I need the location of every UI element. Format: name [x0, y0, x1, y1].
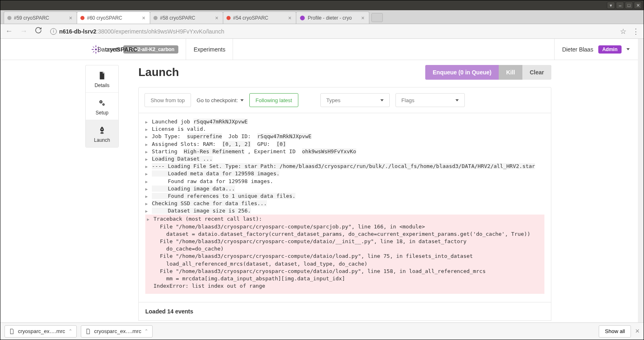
- expand-caret-icon[interactable]: ▶: [145, 133, 152, 140]
- clear-button[interactable]: Clear: [522, 65, 551, 80]
- action-buttons: Enqueue (0 in Queue) Kill Clear: [425, 65, 551, 80]
- page-header: Launch Enqueue (0 in Queue) Kill Clear: [138, 65, 551, 80]
- tab-close-icon[interactable]: ×: [287, 15, 293, 21]
- browser-tab[interactable]: #58 cryoSPARC ×: [150, 11, 223, 24]
- file-icon: [9, 328, 15, 335]
- expand-caret-icon[interactable]: ▶: [145, 155, 152, 162]
- log-line: ▶ Dataset image size is 256.: [145, 207, 544, 215]
- expand-caret-icon[interactable]: ▶: [145, 192, 152, 199]
- log-line: ▶---- Loading File Set. Type: star Path:…: [145, 163, 544, 170]
- show-from-top-button[interactable]: Show from top: [144, 93, 191, 107]
- expand-caret-icon[interactable]: ▶: [145, 125, 152, 132]
- gears-icon: [98, 98, 107, 107]
- expand-caret-icon[interactable]: ▶: [145, 207, 152, 214]
- expand-caret-icon[interactable]: ▶: [145, 148, 152, 155]
- log-text: Loading image data...: [152, 185, 235, 192]
- page-viewport: cryoSPARC Datasets HRV2-all-K2_carbon Ex…: [0, 39, 644, 322]
- log-line: ▶Loading Dataset ...: [145, 155, 544, 163]
- log-text: Dataset image size is 256.: [152, 207, 251, 215]
- sidebar-label: Setup: [95, 110, 108, 116]
- browser-tab[interactable]: #60 cryoSPARC ×: [77, 11, 150, 24]
- chevron-down-icon: [455, 99, 459, 101]
- enqueue-button[interactable]: Enqueue (0 in Queue): [425, 65, 499, 80]
- window-close-button[interactable]: ✕: [634, 2, 642, 9]
- dropdown-label: Go to checkpoint:: [197, 97, 238, 103]
- expand-caret-icon[interactable]: ▶: [145, 170, 152, 177]
- rocket-icon: [98, 126, 107, 135]
- flags-dropdown[interactable]: Flags: [395, 93, 465, 107]
- window-titlebar: ▾ ‒ □ ✕: [0, 0, 644, 10]
- expand-caret-icon[interactable]: ▶: [145, 118, 152, 125]
- tab-close-icon[interactable]: ×: [141, 15, 147, 21]
- following-latest-button[interactable]: Following latest: [249, 93, 298, 107]
- url-host: n616-db-lsrv2: [59, 28, 96, 35]
- site-info-icon[interactable]: i: [50, 28, 57, 35]
- tab-close-icon[interactable]: ×: [68, 15, 73, 21]
- log-line: ▶ Found raw data for 129598 images.: [145, 178, 544, 185]
- nav-user-menu[interactable]: Dieter Blaas Admin: [554, 39, 630, 60]
- sidebar-item-setup[interactable]: Setup: [86, 93, 118, 120]
- expand-caret-icon[interactable]: ▶: [145, 200, 152, 207]
- app-topnav: cryoSPARC Datasets HRV2-all-K2_carbon Ex…: [0, 39, 638, 60]
- window-menu-button[interactable]: ▾: [607, 2, 615, 9]
- expand-caret-icon[interactable]: ▶: [145, 185, 152, 192]
- goto-checkpoint-dropdown[interactable]: Go to checkpoint:: [197, 97, 244, 103]
- log-text: License is valid.: [152, 125, 206, 133]
- brand-text: cryoSPARC: [105, 46, 138, 53]
- admin-badge: Admin: [598, 45, 622, 54]
- forward-button[interactable]: →: [18, 26, 29, 36]
- window-maximize-button[interactable]: □: [625, 2, 633, 9]
- svg-point-1: [95, 48, 97, 50]
- browser-tab[interactable]: #54 cryoSPARC ×: [223, 11, 296, 24]
- types-dropdown[interactable]: Types: [320, 93, 390, 107]
- chevron-up-icon[interactable]: ⌃: [144, 329, 148, 334]
- tab-status-icon: [80, 16, 84, 20]
- sidebar-item-launch[interactable]: Launch: [86, 120, 118, 147]
- brand-logo-icon: [90, 44, 102, 55]
- tab-status-icon: [227, 16, 231, 20]
- brand[interactable]: cryoSPARC: [90, 44, 138, 55]
- window-minimize-button[interactable]: ‒: [616, 2, 624, 9]
- tab-status-icon: [153, 16, 158, 20]
- log-text: ---- Loading File Set. Type: star Path: …: [152, 163, 535, 170]
- download-item[interactable]: cryosparc_ex….mrc ⌃: [81, 325, 153, 338]
- reload-button[interactable]: [33, 26, 44, 37]
- log-text: Checking SSD cache for data files...: [152, 200, 267, 207]
- browser-tab[interactable]: #59 cryoSPARC ×: [4, 11, 77, 24]
- address-bar[interactable]: i n616-db-lsrv2:38000/experiments/ohk9ws…: [48, 27, 616, 36]
- log-text: Job Type: superrefine Job ID: rSqqw47mRk…: [152, 133, 311, 140]
- close-download-bar-icon[interactable]: ×: [635, 327, 640, 336]
- new-tab-button[interactable]: [371, 13, 383, 22]
- tab-close-icon[interactable]: ×: [214, 15, 220, 21]
- download-item[interactable]: cryosparc_ex….mrc ⌃: [4, 325, 77, 338]
- chevron-down-icon: [240, 99, 244, 101]
- show-all-downloads-button[interactable]: Show all: [599, 325, 631, 338]
- tab-title: #58 cryoSPARC: [160, 15, 211, 21]
- log-line: ▶ Found references to 1 unique data file…: [145, 192, 544, 200]
- back-button[interactable]: ←: [4, 26, 14, 36]
- log-line: ▶Checking SSD cache for data files...: [145, 200, 544, 207]
- sidebar-item-details[interactable]: Details: [86, 65, 118, 93]
- nav-experiments[interactable]: Experiments: [186, 39, 233, 60]
- browser-menu-icon[interactable]: ⋮: [631, 27, 640, 36]
- chevron-down-icon: [380, 99, 384, 101]
- tab-title: #60 cryoSPARC: [87, 15, 138, 21]
- tab-status-icon: [7, 16, 11, 20]
- file-icon: [85, 328, 91, 335]
- bookmark-icon[interactable]: ☆: [620, 27, 626, 36]
- expand-caret-icon[interactable]: ▶: [145, 178, 152, 185]
- chevron-down-icon[interactable]: [626, 48, 630, 50]
- tab-close-icon[interactable]: ×: [360, 15, 366, 21]
- log-line: ▶ Loaded meta data for 129598 images.: [145, 170, 544, 177]
- dropdown-label: Flags: [402, 97, 415, 103]
- expand-caret-icon[interactable]: ▶: [145, 163, 152, 170]
- expand-caret-icon[interactable]: ▶: [145, 141, 152, 148]
- chevron-up-icon[interactable]: ⌃: [69, 329, 72, 334]
- log-line: ▶Job Type: superrefine Job ID: rSqqw47mR…: [145, 133, 544, 140]
- log-line: ▶ Loading image data...: [145, 185, 544, 192]
- kill-button[interactable]: Kill: [499, 65, 522, 80]
- browser-tab[interactable]: Profile - dieter - cryo ×: [296, 11, 369, 24]
- sidebar-label: Details: [95, 83, 110, 88]
- expand-caret-icon[interactable]: ▶: [147, 215, 153, 222]
- download-filename: cryosparc_ex….mrc: [94, 328, 142, 334]
